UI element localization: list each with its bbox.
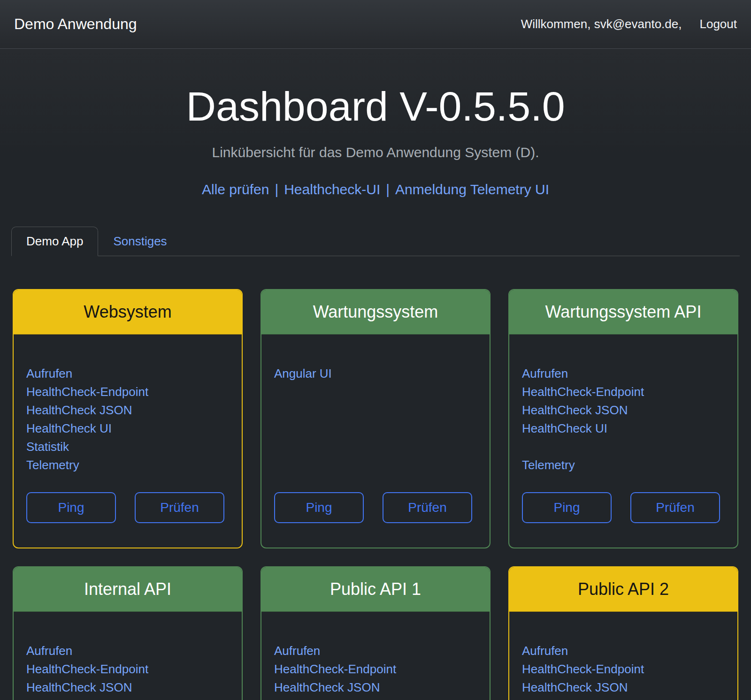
card-body: AufrufenHealthCheck-EndpointHealthCheck … (509, 335, 737, 548)
card-links: AufrufenHealthCheck-EndpointHealthCheck … (522, 642, 725, 697)
card-actions: Ping Prüfen (26, 492, 229, 523)
card-body: Angular UI Ping Prüfen (261, 335, 490, 548)
card-links: AufrufenHealthCheck-EndpointHealthCheck … (522, 365, 725, 474)
card-link[interactable]: Telemetry (522, 456, 575, 474)
pruefen-button[interactable]: Prüfen (135, 492, 224, 523)
card-link[interactable]: HealthCheck UI (26, 419, 112, 438)
quick-link-2[interactable]: Anmeldung Telemetry UI (395, 182, 549, 197)
top-navbar: Demo Anwendung Willkommen, svk@evanto.de… (0, 0, 751, 49)
card-body: AufrufenHealthCheck-EndpointHealthCheck … (14, 612, 242, 700)
card-title: Wartungssystem API (509, 290, 737, 335)
card-link[interactable]: Aufrufen (274, 642, 320, 660)
quick-links: Alle prüfen|Healthcheck-UI|Anmeldung Tel… (0, 179, 751, 200)
card-link[interactable]: HealthCheck JSON (26, 401, 132, 419)
system-card: Wartungssystem Angular UI Ping Prüfen (261, 289, 490, 548)
card-body: AufrufenHealthCheck-EndpointHealthCheck … (509, 612, 737, 700)
card-link[interactable]: HealthCheck-Endpoint (274, 660, 396, 678)
card-link[interactable]: HealthCheck JSON (522, 678, 628, 697)
card-link[interactable]: HealthCheck JSON (26, 678, 132, 697)
system-card: Public API 2 AufrufenHealthCheck-Endpoin… (508, 566, 738, 700)
card-title: Internal API (14, 567, 242, 612)
navbar-right: Willkommen, svk@evanto.de, Logout (521, 17, 737, 31)
system-card: Wartungssystem API AufrufenHealthCheck-E… (508, 289, 738, 548)
hero-section: Dashboard V-0.5.5.0 Linkübersicht für da… (0, 49, 751, 200)
quick-link-1[interactable]: Healthcheck-UI (284, 182, 380, 197)
card-link[interactable]: Aufrufen (522, 365, 568, 383)
card-link[interactable]: HealthCheck JSON (274, 678, 380, 697)
card-links: AufrufenHealthCheck-EndpointHealthCheck … (26, 365, 229, 474)
card-link[interactable]: HealthCheck JSON (522, 401, 628, 419)
card-link[interactable]: Angular UI (274, 365, 332, 383)
logout-link[interactable]: Logout (699, 17, 737, 31)
link-separator: | (380, 182, 395, 197)
welcome-user-link[interactable]: Willkommen, svk@evanto.de, (521, 17, 682, 31)
card-title: Public API 2 (509, 567, 737, 612)
card-link[interactable]: Statistik (26, 438, 69, 456)
card-title: Public API 1 (261, 567, 490, 612)
card-actions: Ping Prüfen (522, 492, 725, 523)
link-separator: | (269, 182, 284, 197)
card-title: Wartungssystem (261, 290, 490, 335)
ping-button[interactable]: Ping (522, 492, 612, 523)
card-link[interactable]: HealthCheck-Endpoint (26, 660, 148, 678)
page-subtitle: Linkübersicht für das Demo Anwendung Sys… (0, 142, 751, 163)
tab-sonstiges[interactable]: Sonstiges (98, 227, 182, 256)
link-spacer (522, 438, 725, 456)
system-card: Websystem AufrufenHealthCheck-EndpointHe… (13, 289, 243, 548)
card-body: AufrufenHealthCheck-EndpointHealthCheck … (14, 335, 242, 548)
card-link[interactable]: Aufrufen (26, 642, 72, 660)
card-actions: Ping Prüfen (274, 492, 477, 523)
system-card: Internal API AufrufenHealthCheck-Endpoin… (13, 566, 243, 700)
card-link[interactable]: HealthCheck UI (522, 419, 607, 438)
pruefen-button[interactable]: Prüfen (630, 492, 720, 523)
card-link[interactable]: Aufrufen (26, 365, 72, 383)
page-title: Dashboard V-0.5.5.0 (0, 82, 751, 131)
card-link[interactable]: Telemetry (26, 456, 79, 474)
card-links: AufrufenHealthCheck-EndpointHealthCheck … (274, 642, 477, 697)
ping-button[interactable]: Ping (26, 492, 116, 523)
card-links: Angular UI (274, 365, 477, 383)
cards-grid: Websystem AufrufenHealthCheck-EndpointHe… (0, 289, 751, 700)
ping-button[interactable]: Ping (274, 492, 364, 523)
system-card: Public API 1 AufrufenHealthCheck-Endpoin… (261, 566, 490, 700)
card-link[interactable]: HealthCheck-Endpoint (522, 660, 644, 678)
card-link[interactable]: HealthCheck-Endpoint (522, 383, 644, 401)
tab-demo-app[interactable]: Demo App (11, 227, 98, 256)
app-brand[interactable]: Demo Anwendung (14, 15, 137, 33)
quick-link-0[interactable]: Alle prüfen (202, 182, 269, 197)
card-link[interactable]: Aufrufen (522, 642, 568, 660)
tab-bar: Demo AppSonstiges (11, 227, 740, 256)
card-links: AufrufenHealthCheck-EndpointHealthCheck … (26, 642, 229, 697)
card-title: Websystem (14, 290, 242, 335)
card-link[interactable]: HealthCheck-Endpoint (26, 383, 148, 401)
card-body: AufrufenHealthCheck-EndpointHealthCheck … (261, 612, 490, 700)
pruefen-button[interactable]: Prüfen (383, 492, 472, 523)
